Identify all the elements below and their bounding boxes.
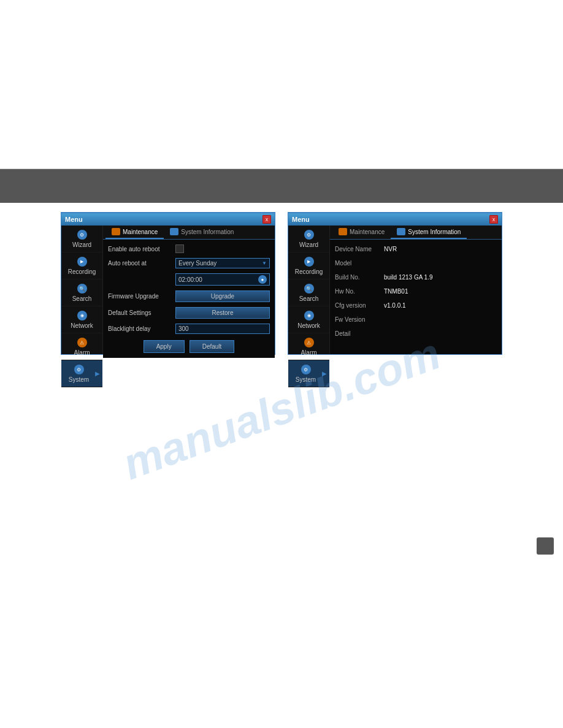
right-sidebar-item-alarm[interactable]: ⚠ Alarm <box>288 333 329 360</box>
sidebar-item-wizard[interactable]: ⚙ Wizard <box>61 226 102 252</box>
left-sidebar: ⚙ Wizard ▶ Recording 🔍 Sea <box>61 226 103 354</box>
r-system-info-tab-icon <box>397 228 405 235</box>
right-dialog-title: Menu <box>292 216 310 223</box>
right-sidebar-item-search[interactable]: 🔍 Search <box>288 279 329 306</box>
enable-auto-reboot-checkbox[interactable] <box>175 245 184 253</box>
dialogs-container: Menu x ⚙ Wizard ▶ <box>0 209 563 358</box>
network-icon: ◉ <box>76 310 88 321</box>
left-panel-content: Maintenance System Information Enable au… <box>103 226 275 354</box>
left-tab-bar: Maintenance System Information <box>103 226 275 240</box>
right-menu-dialog: Menu x ⚙ Wizard ▶ <box>288 212 502 355</box>
sysinfo-panel: Device Name NVR Model Build No. build 12… <box>330 240 502 354</box>
model-row: Model <box>335 259 497 268</box>
restore-button[interactable]: Restore <box>175 307 270 319</box>
sidebar-item-recording[interactable]: ▶ Recording <box>61 252 102 279</box>
right-sidebar-item-system[interactable]: ⚙ System ▶ <box>288 360 329 387</box>
blacklight-delay-row: Blacklight delay 300 <box>108 324 270 334</box>
left-dialog-titlebar: Menu x <box>61 213 275 226</box>
sidebar-item-network[interactable]: ◉ Network <box>61 306 102 333</box>
left-dialog-title: Menu <box>65 216 83 223</box>
right-tab-bar: Maintenance System Information <box>330 226 502 240</box>
left-dialog-body: ⚙ Wizard ▶ Recording 🔍 Sea <box>61 226 275 354</box>
top-white-area <box>0 0 563 169</box>
left-dialog-close[interactable]: x <box>262 215 271 224</box>
fw-version-row: Fw Version <box>335 315 497 324</box>
default-button[interactable]: Default <box>190 340 235 353</box>
firmware-upgrade-row: Firmware Upgrade Upgrade <box>108 290 270 302</box>
right-sidebar-item-network[interactable]: ◉ Network <box>288 306 329 333</box>
time-icon: ● <box>258 275 267 284</box>
maintenance-tab-icon <box>112 228 120 235</box>
search-icon: 🔍 <box>76 283 88 294</box>
cfg-version-row: Cfg version v1.0.0.1 <box>335 301 497 310</box>
default-settings-row: Default Settings Restore <box>108 307 270 319</box>
device-name-row: Device Name NVR <box>335 245 497 254</box>
r-maintenance-tab-icon <box>339 228 347 235</box>
system-icon: ⚙ <box>73 364 85 375</box>
time-input[interactable]: 02:00:00 ● <box>175 273 270 286</box>
form-button-row: Apply Default <box>108 340 270 353</box>
right-sidebar-item-recording[interactable]: ▶ Recording <box>288 252 329 279</box>
hw-no-row: Hw No. TNMB01 <box>335 287 497 296</box>
sidebar-item-search[interactable]: 🔍 Search <box>61 279 102 306</box>
recording-icon: ▶ <box>76 256 88 267</box>
left-menu-dialog: Menu x ⚙ Wizard ▶ <box>61 212 275 355</box>
tab-maintenance[interactable]: Maintenance <box>105 226 164 239</box>
sidebar-item-system[interactable]: ⚙ System ▶ <box>61 360 102 387</box>
r-network-icon: ◉ <box>303 310 315 321</box>
right-dialog-body: ⚙ Wizard ▶ Recording 🔍 Sea <box>288 226 502 354</box>
r-recording-icon: ▶ <box>303 256 315 267</box>
alarm-icon: ⚠ <box>76 337 88 348</box>
auto-reboot-select[interactable]: Every Sunday ▼ <box>175 258 270 268</box>
r-tab-system-info[interactable]: System Information <box>391 226 467 239</box>
upgrade-button[interactable]: Upgrade <box>175 290 270 302</box>
r-system-arrow-icon: ▶ <box>322 370 327 377</box>
dropdown-arrow-icon: ▼ <box>262 260 267 266</box>
blacklight-input[interactable]: 300 <box>175 324 270 334</box>
r-tab-maintenance[interactable]: Maintenance <box>332 226 391 239</box>
r-alarm-icon: ⚠ <box>303 337 315 348</box>
build-no-row: Build No. build 1213 GA 1.9 <box>335 273 497 282</box>
maintenance-form: Enable auto reboot Auto reboot at Every … <box>103 240 275 358</box>
r-search-icon: 🔍 <box>303 283 315 294</box>
detail-row: Detail <box>335 329 497 338</box>
right-sidebar-item-wizard[interactable]: ⚙ Wizard <box>288 226 329 252</box>
header-bar <box>0 169 563 203</box>
right-dialog-titlebar: Menu x <box>288 213 502 226</box>
tab-system-info[interactable]: System Information <box>164 226 240 239</box>
system-arrow-icon: ▶ <box>95 370 100 377</box>
page-content: Menu x ⚙ Wizard ▶ <box>0 169 563 567</box>
enable-auto-reboot-row: Enable auto reboot <box>108 245 270 253</box>
time-row: 02:00:00 ● <box>108 273 270 286</box>
right-panel-content: Maintenance System Information Device Na… <box>330 226 502 354</box>
bottom-right-button[interactable] <box>537 537 554 555</box>
right-sidebar: ⚙ Wizard ▶ Recording 🔍 Sea <box>288 226 330 354</box>
r-system-icon: ⚙ <box>300 364 312 375</box>
system-info-tab-icon <box>170 228 178 235</box>
right-dialog-close[interactable]: x <box>489 215 498 224</box>
wizard-icon: ⚙ <box>76 229 88 240</box>
sidebar-item-alarm[interactable]: ⚠ Alarm <box>61 333 102 360</box>
r-wizard-icon: ⚙ <box>303 229 315 240</box>
apply-button[interactable]: Apply <box>144 340 185 353</box>
auto-reboot-at-row: Auto reboot at Every Sunday ▼ <box>108 258 270 268</box>
